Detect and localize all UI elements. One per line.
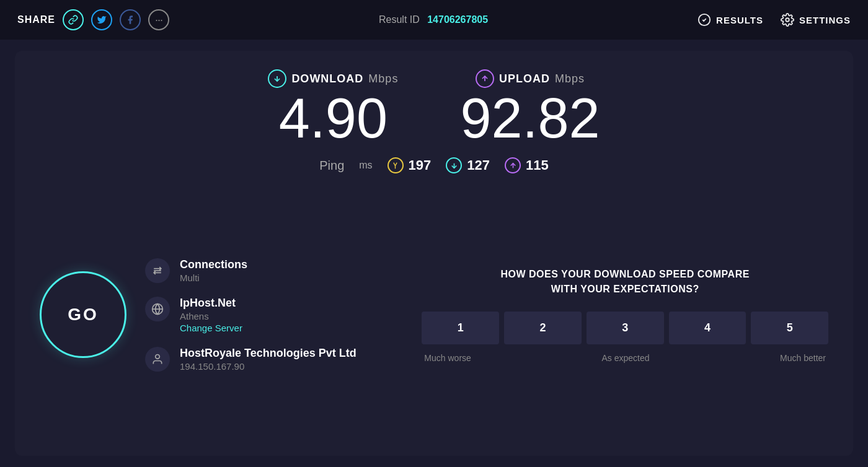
connections-value: Multi xyxy=(180,273,247,283)
rating-btn-4[interactable]: 4 xyxy=(669,312,746,344)
ul-ping-icon xyxy=(505,157,521,173)
upload-block: UPLOAD Mbps 92.82 xyxy=(460,69,600,146)
ping-unit: ms xyxy=(359,160,372,171)
left-panel: GO Connections Multi xyxy=(40,192,378,437)
jitter-item: 197 xyxy=(388,157,432,173)
bottom-section: GO Connections Multi xyxy=(40,192,828,437)
server-content: IpHost.Net Athens Change Server xyxy=(180,297,242,333)
isp-item: HostRoyale Technologies Pvt Ltd 194.150.… xyxy=(145,347,356,372)
svg-point-12 xyxy=(156,354,160,359)
main-content: DOWNLOAD Mbps 4.90 UPLOAD Mbps 92.82 Pin… xyxy=(15,51,853,456)
change-server-link[interactable]: Change Server xyxy=(180,323,242,333)
jitter-icon xyxy=(388,157,404,173)
rating-numbers: 1 2 3 4 5 xyxy=(422,312,828,344)
topbar: SHARE ··· Result ID 14706267805 xyxy=(0,0,868,40)
connections-icon xyxy=(145,258,170,283)
share-facebook-icon[interactable] xyxy=(120,9,141,30)
share-more-icon[interactable]: ··· xyxy=(148,9,169,30)
rating-label-left: Much worse xyxy=(424,353,471,363)
ping-label: Ping xyxy=(319,159,344,173)
server-item: IpHost.Net Athens Change Server xyxy=(145,297,356,333)
ul-ping-item: 115 xyxy=(505,157,549,173)
upload-icon xyxy=(476,69,494,88)
result-prefix: Result ID xyxy=(379,14,420,25)
share-link-icon[interactable] xyxy=(63,9,84,30)
results-label: RESULTS xyxy=(716,15,763,25)
rating-question: HOW DOES YOUR DOWNLOAD SPEED COMPARE WIT… xyxy=(422,267,828,297)
settings-label: SETTINGS xyxy=(799,15,851,25)
nav-section: RESULTS SETTINGS xyxy=(698,13,851,27)
upload-unit: Mbps xyxy=(555,72,585,85)
download-value: 4.90 xyxy=(268,90,398,146)
server-title: IpHost.Net xyxy=(180,297,242,310)
connections-item: Connections Multi xyxy=(145,258,356,283)
server-icon xyxy=(145,297,170,321)
dl-ping-icon xyxy=(446,157,462,173)
download-block: DOWNLOAD Mbps 4.90 xyxy=(268,69,398,146)
download-unit: Mbps xyxy=(368,72,398,85)
download-label: DOWNLOAD xyxy=(291,72,363,85)
info-list: Connections Multi IpHost.Net A xyxy=(145,258,356,372)
svg-point-1 xyxy=(786,18,789,22)
settings-button[interactable]: SETTINGS xyxy=(781,13,851,27)
isp-title: HostRoyale Technologies Pvt Ltd xyxy=(180,347,356,360)
upload-label-row: UPLOAD Mbps xyxy=(460,69,600,88)
result-id: 14706267805 xyxy=(427,14,488,25)
ul-ping-value: 115 xyxy=(526,157,549,173)
share-label: SHARE xyxy=(17,14,55,25)
download-icon xyxy=(268,69,286,88)
go-button[interactable]: GO xyxy=(40,271,126,358)
rating-btn-1[interactable]: 1 xyxy=(422,312,499,344)
jitter-value: 197 xyxy=(409,157,432,173)
dl-ping-item: 127 xyxy=(446,157,490,173)
ping-section: Ping ms 197 127 115 xyxy=(40,157,828,173)
speed-section: DOWNLOAD Mbps 4.90 UPLOAD Mbps 92.82 xyxy=(40,69,828,146)
isp-content: HostRoyale Technologies Pvt Ltd 194.150.… xyxy=(180,347,356,372)
upload-label: UPLOAD xyxy=(499,72,550,85)
dl-ping-value: 127 xyxy=(467,157,490,173)
rating-btn-3[interactable]: 3 xyxy=(587,312,664,344)
share-twitter-icon[interactable] xyxy=(91,9,112,30)
rating-btn-2[interactable]: 2 xyxy=(504,312,582,344)
rating-labels: Much worse As expected Much better xyxy=(422,353,828,363)
rating-label-mid: As expected xyxy=(471,353,780,363)
upload-value: 92.82 xyxy=(460,90,600,146)
right-panel: HOW DOES YOUR DOWNLOAD SPEED COMPARE WIT… xyxy=(403,192,828,437)
connections-content: Connections Multi xyxy=(180,258,247,283)
download-label-row: DOWNLOAD Mbps xyxy=(268,69,398,88)
share-section: SHARE ··· xyxy=(17,9,169,30)
rating-label-right: Much better xyxy=(780,353,826,363)
result-id-section: Result ID 14706267805 xyxy=(379,14,488,25)
connections-title: Connections xyxy=(180,258,247,271)
isp-ip: 194.150.167.90 xyxy=(180,361,356,372)
rating-btn-5[interactable]: 5 xyxy=(751,312,828,344)
results-button[interactable]: RESULTS xyxy=(698,13,763,27)
isp-icon xyxy=(145,347,170,372)
server-location: Athens xyxy=(180,311,242,321)
